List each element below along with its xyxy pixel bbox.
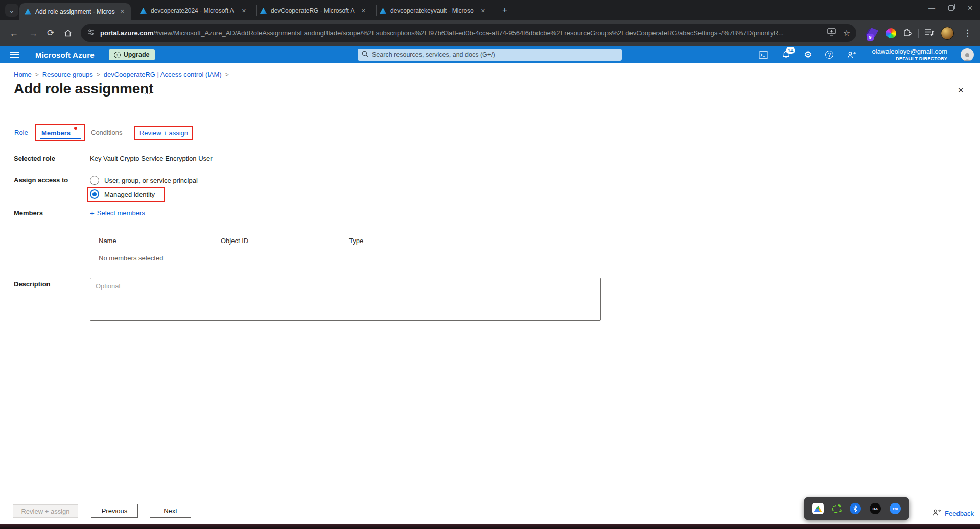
previous-button[interactable]: Previous — [91, 504, 138, 518]
upgrade-arrow-icon: ↑ — [114, 52, 121, 58]
column-header-type: Type — [349, 237, 363, 245]
toolbar-divider — [918, 29, 919, 38]
selected-role-value: Key Vault Crypto Service Encryption User — [90, 155, 213, 162]
window-close-icon[interactable]: ✕ — [967, 4, 973, 12]
browser-tab-2[interactable]: devcoperate2024 - Microsoft A ✕ — [137, 5, 250, 16]
extension-icon[interactable]: 9 — [868, 27, 880, 39]
breadcrumb-separator: > — [97, 71, 100, 78]
more-actions-icon[interactable]: ... — [144, 88, 151, 95]
tab-close-icon[interactable]: ✕ — [241, 8, 247, 14]
breadcrumb-home[interactable]: Home — [14, 70, 32, 78]
plus-icon: + — [90, 209, 95, 217]
browser-tab-3[interactable]: devCooperateRG - Microsoft A ✕ — [256, 5, 370, 16]
select-members-text: Select members — [97, 209, 145, 217]
feedback-person-outline-icon — [932, 509, 941, 518]
table-empty-message: No members selected — [99, 254, 163, 262]
tab-close-icon[interactable]: ✕ — [480, 8, 486, 14]
browser-menu-icon[interactable]: ⋮ — [960, 28, 975, 38]
browser-profile-avatar[interactable] — [941, 27, 954, 40]
reload-icon[interactable]: ⟳ — [45, 27, 56, 39]
feedback-person-icon[interactable] — [847, 51, 856, 59]
azure-favicon-icon — [25, 9, 31, 15]
browser-tab-active[interactable]: Add role assignment - Microsof ✕ — [19, 3, 131, 20]
column-header-object-id: Object ID — [221, 237, 248, 245]
screenshot-tool-icon[interactable] — [832, 504, 842, 513]
radio-label: User, group, or service principal — [104, 177, 198, 184]
breadcrumb-separator: > — [225, 71, 229, 78]
azure-favicon-icon — [140, 8, 147, 14]
cloud-shell-icon[interactable] — [759, 51, 768, 59]
settings-gear-icon[interactable]: ⚙ — [804, 49, 812, 60]
hamburger-menu-icon[interactable] — [7, 49, 22, 61]
tab-title: devCooperateRG - Microsoft A — [271, 7, 356, 14]
notification-badge: 14 — [786, 47, 796, 54]
feedback-label: Feedback — [945, 510, 974, 517]
azure-search-box[interactable] — [358, 49, 622, 61]
account-email: olawaleoloye@gmail.com — [872, 47, 947, 56]
tab-title: devcoperatekeyvault - Microso — [390, 7, 476, 14]
color-wheel-extension-icon[interactable] — [886, 28, 896, 38]
tab-close-icon[interactable]: ✕ — [360, 8, 367, 14]
next-button[interactable]: Next — [150, 504, 191, 518]
url-text[interactable]: portal.azure.com/#view/Microsoft_Azure_A… — [100, 29, 823, 37]
browser-toolbar: ← → ⟳ portal.azure.com/#view/Microsoft_A… — [0, 20, 980, 46]
selected-role-label: Selected role — [14, 155, 55, 162]
chevron-down-icon: ⌄ — [9, 7, 15, 14]
azure-favicon-icon — [380, 8, 386, 14]
page-title: Add role assignment — [14, 81, 153, 97]
minimize-icon[interactable]: — — [928, 4, 935, 12]
review-assign-button[interactable]: Review + assign — [13, 504, 78, 518]
tab-role[interactable]: Role — [14, 129, 28, 136]
search-input[interactable] — [372, 51, 618, 58]
tab-search-button[interactable]: ⌄ — [5, 4, 18, 17]
tab-conditions[interactable]: Conditions — [91, 129, 122, 136]
annotation-box-managed-identity — [87, 187, 165, 202]
site-settings-icon[interactable] — [87, 28, 95, 38]
feedback-link[interactable]: Feedback — [932, 509, 974, 518]
tab-review-assign[interactable]: Review + assign — [139, 129, 188, 137]
home-icon[interactable] — [61, 27, 75, 40]
bookmark-star-icon[interactable]: ☆ — [843, 28, 850, 38]
account-info[interactable]: olawaleoloye@gmail.com DEFAULT DIRECTORY — [872, 47, 947, 62]
upgrade-label: Upgrade — [124, 51, 150, 58]
tab-members[interactable]: Members — [41, 129, 71, 137]
desktop-icon-tray: B& zm — [804, 497, 909, 520]
window-controls: — ✕ — [928, 4, 973, 12]
back-icon[interactable]: ← — [7, 27, 20, 40]
url-domain: portal.azure.com — [100, 29, 153, 37]
restore-icon[interactable] — [948, 5, 954, 11]
search-icon — [362, 50, 368, 59]
tab-close-icon[interactable]: ✕ — [119, 8, 126, 15]
tab-title: devcoperate2024 - Microsoft A — [151, 7, 237, 14]
notifications-bell-icon[interactable]: 14 — [782, 51, 790, 59]
select-members-link[interactable]: + Select members — [90, 209, 145, 217]
members-label: Members — [14, 209, 43, 217]
radio-user-group-service-principal[interactable]: User, group, or service principal — [90, 176, 198, 185]
browser-tab-4[interactable]: devcoperatekeyvault - Microso ✕ — [376, 5, 489, 16]
desktop-edge-strip — [0, 524, 980, 529]
azure-favicon-icon — [260, 8, 267, 14]
media-playlist-icon[interactable] — [925, 28, 935, 38]
upgrade-button[interactable]: ↑ Upgrade — [109, 49, 155, 60]
bang-olufsen-icon[interactable]: B& — [870, 503, 881, 514]
help-icon[interactable]: ? — [825, 51, 833, 59]
toolbar-right: 9 ⋮ — [868, 20, 980, 46]
google-drive-icon[interactable] — [812, 503, 824, 514]
install-app-icon[interactable] — [827, 28, 836, 38]
radio-unselected-icon[interactable] — [90, 176, 99, 185]
azure-brand[interactable]: Microsoft Azure — [35, 51, 95, 59]
breadcrumb-resource-iam[interactable]: devCooperateRG | Access control (IAM) — [104, 70, 222, 78]
breadcrumb-separator: > — [35, 71, 39, 78]
zoom-app-icon[interactable]: zm — [890, 503, 901, 514]
bluetooth-icon[interactable] — [850, 503, 861, 514]
extensions-puzzle-icon[interactable] — [902, 27, 912, 39]
url-bar[interactable]: portal.azure.com/#view/Microsoft_Azure_A… — [81, 24, 856, 42]
annotation-box-members: Members — [35, 124, 85, 141]
forward-icon[interactable]: → — [27, 27, 40, 40]
breadcrumb-resource-groups[interactable]: Resource groups — [42, 70, 93, 78]
account-avatar[interactable] — [961, 48, 974, 61]
close-blade-icon[interactable]: ✕ — [958, 86, 964, 95]
unsaved-changes-dot — [74, 127, 77, 130]
description-textarea[interactable] — [90, 278, 601, 321]
new-tab-button[interactable]: + — [499, 4, 511, 16]
